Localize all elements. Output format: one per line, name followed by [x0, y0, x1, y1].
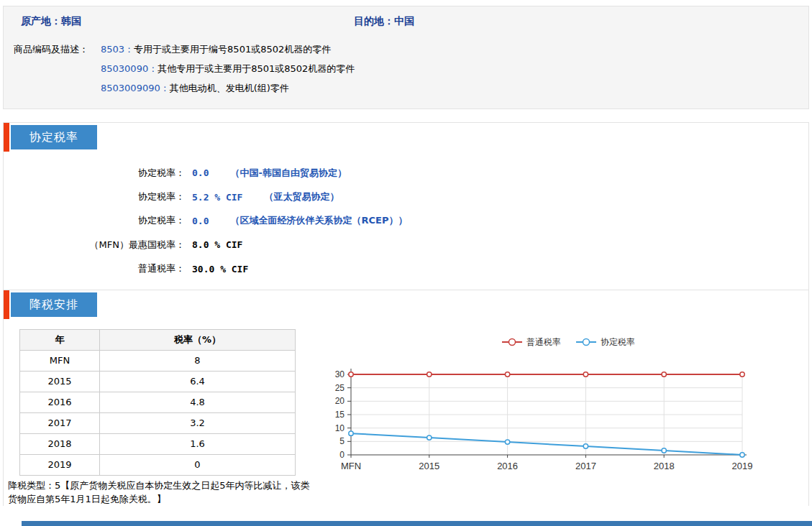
- rate-row-general: 普通税率： 30.0 % CIF: [4, 257, 808, 281]
- destination-field: 目的地：中国: [354, 15, 414, 28]
- svg-text:2015: 2015: [419, 461, 439, 471]
- rate-value: 0.0: [192, 216, 209, 226]
- rate-cell: 6.4: [100, 371, 296, 392]
- hs-code-link-8503[interactable]: 8503：: [101, 44, 134, 55]
- column-header-year: 年: [20, 329, 100, 350]
- year-cell: 2015: [20, 371, 100, 392]
- rate-label: 普通税率：: [4, 262, 185, 275]
- content-wrapper: 协定税率 协定税率： 0.0 （中国-韩国自由贸易协定） 协定税率： 5.2 %…: [3, 122, 809, 506]
- legend-label: 普通税率: [526, 336, 561, 349]
- tariff-page: 原产地：韩国 目的地：中国 商品编码及描述：8503：专用于或主要用于编号850…: [0, 0, 812, 526]
- rate-row-mfn: （MFN）最惠国税率： 8.0 % CIF: [4, 233, 808, 257]
- rate-cell: 0: [100, 454, 296, 475]
- line-circle-marker-icon: [501, 338, 523, 346]
- rate-label: （MFN）最惠国税率：: [4, 239, 185, 252]
- accent-bar-icon: [4, 290, 9, 319]
- table-row: 2015 6.4: [20, 371, 296, 392]
- rate-row-apta: 协定税率： 5.2 % CIF （亚太贸易协定）: [4, 185, 808, 208]
- commodity-info-box: 原产地：韩国 目的地：中国 商品编码及描述：8503：专用于或主要用于编号850…: [3, 6, 809, 109]
- reduction-section-title: 降税安排: [11, 292, 97, 317]
- svg-text:30: 30: [335, 369, 345, 379]
- rate-cell: 4.8: [100, 392, 296, 412]
- rate-value: 0.0: [192, 167, 209, 178]
- reduction-section-header: 降税安排: [4, 290, 808, 319]
- legend-label: 协定税率: [601, 336, 635, 349]
- year-cell: 2016: [20, 392, 100, 412]
- accent-bar-icon: [4, 123, 9, 152]
- svg-text:2019: 2019: [732, 461, 753, 471]
- year-cell: 2019: [20, 454, 100, 475]
- year-cell: MFN: [20, 350, 100, 371]
- rate-cell: 1.6: [100, 433, 296, 454]
- hs-code-row: 8503009090：其他电动机、发电机(组)零件: [14, 78, 798, 98]
- legend-item-general-rate[interactable]: 普通税率: [501, 336, 561, 349]
- table-row: 2019 0: [20, 454, 296, 475]
- rate-label: 协定税率：: [4, 167, 185, 180]
- rate-note: （区域全面经济伙伴关系协定（RCEP））: [230, 214, 407, 227]
- hs-code-link-8503009090[interactable]: 8503009090：: [101, 83, 170, 93]
- rate-label: 协定税率：: [4, 214, 185, 227]
- table-row: 2018 1.6: [20, 433, 296, 454]
- commodity-desc-label: 商品编码及描述：: [14, 40, 101, 59]
- footer-bar: [22, 521, 812, 526]
- hs-code-row: 85030090：其他专用于或主要用于8501或8502机器的零件: [14, 59, 798, 78]
- hs-code-desc-85030090: 其他专用于或主要用于8501或8502机器的零件: [158, 63, 355, 74]
- route-row: 原产地：韩国 目的地：中国: [14, 15, 798, 28]
- svg-text:2018: 2018: [654, 461, 675, 471]
- hs-code-link-85030090[interactable]: 85030090：: [101, 63, 158, 74]
- commodity-description: 商品编码及描述：8503：专用于或主要用于编号8501或8502机器的零件 85…: [14, 40, 798, 98]
- rate-row-rcep: 协定税率： 0.0 （区域全面经济伙伴关系协定（RCEP））: [4, 209, 808, 233]
- rate-cell: 8: [100, 350, 296, 371]
- hs-code-desc-8503009090: 其他电动机、发电机(组)零件: [170, 83, 289, 93]
- rate-cell: 3.2: [100, 412, 296, 433]
- origin-label: 原产地：: [21, 15, 61, 27]
- rate-note: （中国-韩国自由贸易协定）: [230, 167, 346, 180]
- year-cell: 2018: [20, 433, 100, 454]
- origin-value: 韩国: [61, 15, 81, 27]
- hs-code-desc-8503: 专用于或主要用于编号8501或8502机器的零件: [134, 44, 331, 55]
- svg-text:25: 25: [335, 383, 345, 393]
- reduction-schedule-table: 年 税率（%） MFN 8 2015 6.4: [19, 329, 296, 476]
- table-row: MFN 8: [20, 350, 296, 371]
- column-header-rate: 税率（%）: [100, 329, 296, 350]
- agreement-rate-list: 协定税率： 0.0 （中国-韩国自由贸易协定） 协定税率： 5.2 % CIF …: [4, 152, 808, 290]
- svg-text:20: 20: [335, 396, 345, 406]
- rate-label: 协定税率：: [4, 190, 185, 203]
- rate-line-chart: 051015202530MFN20152016201720182019: [324, 363, 812, 481]
- destination-label: 目的地：: [354, 15, 394, 27]
- rate-value: 8.0 % CIF: [192, 239, 242, 250]
- svg-text:MFN: MFN: [341, 461, 361, 471]
- rate-row-china-korea-fta: 协定税率： 0.0 （中国-韩国自由贸易协定）: [4, 161, 808, 185]
- chart-legend: 普通税率 协定税率: [324, 336, 812, 349]
- svg-text:2016: 2016: [497, 461, 518, 471]
- svg-text:0: 0: [339, 450, 345, 460]
- destination-value: 中国: [394, 15, 414, 27]
- line-circle-marker-icon: [575, 338, 597, 346]
- agreement-section-title: 协定税率: [11, 125, 97, 149]
- table-row: 2016 4.8: [20, 392, 296, 412]
- reduction-body: 年 税率（%） MFN 8 2015 6.4: [4, 319, 808, 506]
- rate-value: 30.0 % CIF: [192, 264, 248, 274]
- agreement-section-header: 协定税率: [4, 122, 808, 152]
- rate-note: （亚太贸易协定）: [264, 190, 339, 203]
- table-header-row: 年 税率（%）: [20, 329, 296, 350]
- year-cell: 2017: [20, 412, 100, 433]
- svg-text:5: 5: [339, 436, 345, 446]
- table-row: 2017 3.2: [20, 412, 296, 433]
- reduction-table-column: 年 税率（%） MFN 8 2015 6.4: [4, 329, 324, 506]
- svg-text:15: 15: [335, 410, 345, 420]
- legend-item-agreement-rate[interactable]: 协定税率: [575, 336, 635, 349]
- rate-chart-area: 普通税率 协定税率 051015202530MFN201520162017201…: [324, 329, 812, 506]
- rate-value: 5.2 % CIF: [192, 192, 242, 203]
- hs-code-row: 商品编码及描述：8503：专用于或主要用于编号8501或8502机器的零件: [14, 40, 798, 59]
- svg-text:2017: 2017: [575, 461, 596, 471]
- reduction-type-note: 降税类型：5【原产货物关税应自本协定生效之日起5年内等比减让，该类货物应自第5年…: [8, 479, 317, 506]
- origin-field: 原产地：韩国: [21, 15, 354, 28]
- svg-text:10: 10: [335, 423, 345, 433]
